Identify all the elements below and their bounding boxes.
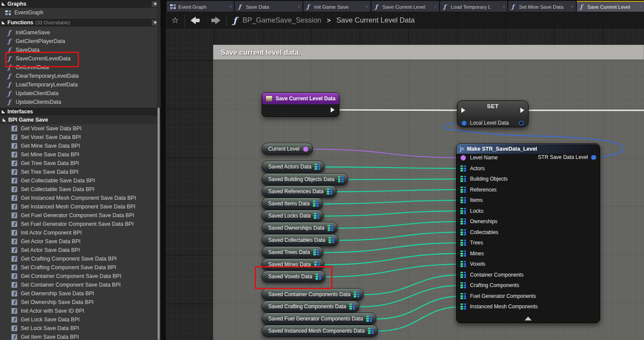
map-input-pin[interactable] — [460, 197, 466, 203]
map-output-pin[interactable] — [338, 176, 344, 182]
sidebar-item-interface-function[interactable]: Get Ownership Save Data BPI — [0, 289, 161, 298]
graphs-section-header[interactable]: Graphs + — [0, 0, 161, 8]
variable-get-node[interactable]: Saved Fuel Generator Components Data — [262, 313, 376, 325]
map-output-pin[interactable] — [366, 316, 372, 322]
sidebar-item-interface-function[interactable]: Set Mine Save Data BPI — [0, 150, 161, 159]
variable-get-node[interactable]: Saved Items Data — [262, 198, 323, 210]
document-tab[interactable]: Load Temporary L — [440, 1, 507, 12]
graph-canvas[interactable]: Save current level data. Save Current Le… — [165, 12, 644, 340]
close-tab-icon[interactable] — [571, 4, 573, 9]
close-tab-icon[interactable] — [434, 4, 437, 9]
sidebar-item-interface-function[interactable]: Set Voxel Save Data BPI — [0, 133, 161, 142]
function-entry-node[interactable]: Save Current Level Data — [262, 92, 339, 117]
document-tab[interactable]: Event Graph — [167, 1, 234, 12]
map-output-pin[interactable] — [315, 274, 321, 280]
sidebar-item-eventgraph[interactable]: EventGraph — [0, 8, 161, 17]
variable-get-node[interactable]: Saved References Data — [262, 185, 337, 198]
sidebar-item-interface-function[interactable]: Get Lock Save Data BPI — [0, 315, 161, 324]
sidebar-item-interface-function[interactable]: Set Fuel Generator Component Save Data B… — [0, 220, 161, 228]
sidebar-item-interface-function[interactable]: Get Actor Save Data BPI — [0, 237, 161, 246]
scrollbar-thumb[interactable] — [158, 108, 160, 340]
close-tab-icon[interactable] — [229, 4, 232, 9]
variable-get-node[interactable]: Saved Actors Data — [262, 161, 325, 173]
exec-output-pin[interactable] — [520, 108, 524, 113]
functions-section-header[interactable]: Functions (33 Overridable) + — [0, 19, 161, 26]
map-input-pin[interactable] — [460, 229, 466, 235]
variable-get-node[interactable]: Saved Mines Data — [262, 258, 324, 271]
map-input-pin[interactable] — [460, 272, 466, 278]
sidebar-item-interface-function[interactable]: Set Ownership Save Data BPI — [0, 298, 161, 307]
sidebar-item-interface-function[interactable]: Get Voxel Save Data BPI — [0, 124, 161, 133]
sidebar-item-interface-function[interactable]: Set Crafting Component Save Data BPI — [0, 263, 161, 272]
exec-input-pin[interactable] — [461, 108, 465, 113]
sidebar-item-interface-function[interactable]: Set Tree Save Data BPI — [0, 168, 161, 176]
sidebar-item-interface-function[interactable]: Init Actor Component BPI — [0, 228, 161, 237]
close-tab-icon[interactable] — [297, 4, 300, 9]
variable-get-node[interactable]: Current Level — [262, 143, 313, 155]
object-input-pin[interactable] — [460, 155, 466, 161]
map-input-pin[interactable] — [460, 208, 466, 214]
breadcrumb-blueprint[interactable]: BP_GameSave_Session — [243, 16, 322, 24]
object-output-pin[interactable] — [303, 146, 309, 152]
sidebar-item-interface-function[interactable]: Set Actor Save Data BPI — [0, 246, 161, 254]
sidebar-item-interface-function[interactable]: Get Item Save Data BPI — [0, 333, 161, 340]
map-input-pin[interactable] — [460, 261, 466, 267]
panel-scrollbar[interactable] — [157, 0, 160, 340]
sidebar-item-function[interactable]: InitGameSave — [0, 28, 161, 37]
sidebar-item-function[interactable]: UpdateClientData — [0, 89, 161, 98]
sidebar-item-interface-function[interactable]: Get Crafting Component Save Data BPI — [0, 254, 161, 263]
sidebar-item-interface-function[interactable]: Get Container Component Save Data BPI — [0, 272, 161, 281]
close-tab-icon[interactable] — [639, 4, 642, 9]
map-output-pin[interactable] — [315, 164, 320, 170]
set-variable-node[interactable]: SET Local Level Data — [457, 100, 529, 127]
panel-splitter[interactable] — [161, 0, 165, 340]
sidebar-item-interface-function[interactable]: Set Instanced Mesh Component Save Data B… — [0, 202, 161, 211]
bookmark-star-icon[interactable] — [171, 16, 179, 24]
document-tab[interactable]: Save Data — [235, 1, 302, 12]
interface-group-header[interactable]: BPI Game Save — [0, 116, 161, 124]
close-tab-icon[interactable] — [503, 4, 505, 9]
interfaces-section-header[interactable]: Interfaces — [0, 108, 161, 116]
map-input-pin[interactable] — [460, 240, 466, 246]
local-level-data-input-pin[interactable] — [462, 121, 467, 125]
map-input-pin[interactable] — [460, 176, 466, 182]
close-tab-icon[interactable] — [366, 4, 368, 9]
map-output-pin[interactable] — [349, 304, 355, 310]
map-output-pin[interactable] — [329, 237, 334, 243]
variable-get-node[interactable]: Saved Instanced Mesh Components Data — [262, 325, 378, 337]
set-output-pin[interactable] — [519, 121, 524, 125]
sidebar-item-interface-function[interactable]: Get Instanced Mesh Component Save Data B… — [0, 194, 161, 202]
sidebar-item-interface-function[interactable]: Get Fuel Generator Component Save Data B… — [0, 211, 161, 220]
document-tab[interactable]: Init Game Save — [303, 1, 371, 12]
sidebar-item-function[interactable]: LoadTemporaryLevelData — [0, 80, 161, 89]
map-output-pin[interactable] — [327, 188, 332, 195]
map-input-pin[interactable] — [460, 282, 466, 288]
map-output-pin[interactable] — [328, 225, 333, 231]
variable-get-node[interactable]: Saved Voxels Data — [262, 271, 325, 283]
sidebar-item-function[interactable]: ClearTemporaryLevelData — [0, 72, 161, 80]
sidebar-item-interface-function[interactable]: Set Container Component Save Data BPI — [0, 281, 161, 289]
sidebar-item-function[interactable]: SaveData — [0, 46, 161, 54]
exec-output-pin[interactable] — [331, 107, 335, 112]
make-struct-node[interactable]: Make STR_SaveData_Level STR Save Data Le… — [456, 143, 600, 323]
sidebar-item-function[interactable]: GetClientPlayerData — [0, 37, 161, 46]
variable-get-node[interactable]: Saved Trees Data — [262, 246, 323, 258]
sidebar-item-interface-function[interactable]: Init Actor with Save ID BPI — [0, 307, 161, 315]
map-input-pin[interactable] — [460, 165, 466, 172]
sidebar-item-interface-function[interactable]: Set Lock Save Data BPI — [0, 324, 161, 333]
variable-get-node[interactable]: Saved Container Components Data — [262, 288, 364, 300]
map-output-pin[interactable] — [368, 328, 374, 334]
map-output-pin[interactable] — [314, 261, 320, 267]
variable-get-node[interactable]: Saved Crafting Components Data — [262, 300, 359, 313]
document-tab[interactable]: Set Mine Save Data — [508, 1, 575, 12]
comment-header[interactable]: Save current level data. — [213, 45, 644, 59]
sidebar-item-function[interactable]: GetLevelData — [0, 63, 161, 72]
variable-get-node[interactable]: Saved Building Objects Data — [262, 173, 348, 185]
sidebar-item-interface-function[interactable]: Get Mine Save Data BPI — [0, 142, 161, 150]
sidebar-item-interface-function[interactable]: Set Collectable Save Data BPI — [0, 185, 161, 194]
navigate-back-button[interactable] — [191, 17, 203, 24]
map-input-pin[interactable] — [460, 187, 466, 193]
sidebar-item-interface-function[interactable]: Get Tree Save Data BPI — [0, 159, 161, 168]
sidebar-item-interface-function[interactable]: Get Collectable Save Data BPI — [0, 176, 161, 185]
navigate-forward-button[interactable] — [208, 17, 220, 24]
